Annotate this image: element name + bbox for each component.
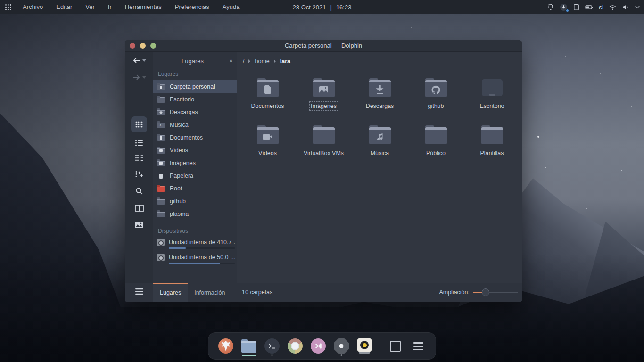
tray-expand-chevron-icon[interactable] — [635, 5, 640, 9]
folder-documents-icon — [157, 134, 165, 141]
split-view-button[interactable] — [131, 201, 147, 214]
breadcrumb: / home lara — [237, 52, 522, 70]
folder-github[interactable]: github — [408, 78, 464, 120]
sort-icon — [135, 170, 143, 178]
breadcrumb-caret-icon[interactable] — [248, 59, 250, 63]
search-button[interactable] — [131, 184, 147, 197]
back-history-caret-icon — [142, 59, 146, 62]
folder-descargas[interactable]: Descargas — [352, 78, 408, 120]
place-papelera[interactable]: Papelera — [153, 169, 237, 182]
clock-separator: | — [330, 4, 331, 11]
breadcrumb-current[interactable]: lara — [280, 58, 290, 65]
dock-app-menu[interactable] — [410, 336, 426, 356]
keyboard-layout-indicator[interactable]: si — [599, 4, 603, 11]
clock-widget[interactable]: 28 Oct 2021 | 16:23 — [293, 4, 352, 11]
clock-time: 16:23 — [336, 4, 352, 11]
place-carpeta-personal[interactable]: Carpeta personal — [153, 80, 237, 93]
folder-virtualbox-vms[interactable]: VirtualBox VMs — [296, 125, 352, 167]
drive-icon — [157, 254, 165, 261]
sort-button[interactable] — [131, 167, 147, 181]
menu-preferencias[interactable]: Preferencias — [168, 0, 216, 14]
dock-file-manager[interactable] — [241, 336, 257, 356]
disk-usage-bar — [169, 263, 235, 264]
dock-chromium[interactable] — [287, 336, 303, 356]
folder-red-icon — [157, 185, 165, 192]
folder-videos[interactable]: Vídeos — [239, 125, 296, 167]
battery-tray-icon[interactable] — [585, 4, 594, 11]
notifications-bell-icon[interactable] — [547, 3, 554, 11]
show-menu-button[interactable] — [135, 288, 143, 296]
menu-ir[interactable]: Ir — [101, 0, 118, 14]
system-tray: si — [547, 0, 640, 14]
place-github[interactable]: github — [153, 195, 237, 207]
icons-view-button[interactable] — [131, 116, 147, 132]
preview-toggle-button[interactable] — [131, 218, 147, 231]
disk-usage-bar — [169, 247, 235, 249]
dolphin-window: Carpeta personal — Dolphin — [125, 40, 522, 302]
menu-archivo[interactable]: Archivo — [16, 0, 50, 14]
menu-ayuda[interactable]: Ayuda — [216, 0, 247, 14]
app-launcher-button[interactable] — [0, 4, 16, 11]
split-view-icon — [135, 205, 144, 212]
tab-informacion[interactable]: Información — [188, 283, 231, 302]
forward-button-disabled[interactable] — [125, 74, 153, 81]
menu-ver[interactable]: Ver — [79, 0, 101, 14]
zoom-slider[interactable] — [473, 288, 518, 296]
place-descargas[interactable]: Descargas — [153, 106, 237, 118]
dock-media-player[interactable] — [356, 336, 372, 356]
dock-running-indicator — [341, 354, 342, 356]
dock-terminal[interactable] — [264, 336, 280, 356]
folder-plantillas[interactable]: Plantillas — [464, 125, 520, 167]
place-documentos[interactable]: Documentos — [153, 131, 237, 144]
section-label-devices: Dispositivos — [153, 220, 237, 237]
place-videos[interactable]: Vídeos — [153, 144, 237, 156]
panel-close-icon[interactable]: ✕ — [225, 58, 237, 64]
app-grid-icon — [5, 4, 12, 11]
breadcrumb-home[interactable]: home — [255, 58, 269, 65]
show-desktop-icon — [390, 341, 401, 352]
updates-badge-dot — [566, 9, 569, 12]
dock-vscodium[interactable] — [310, 336, 326, 356]
device-unidad-50[interactable]: Unidad interna de 50.0 … — [153, 252, 237, 267]
section-label-places: Lugares — [153, 70, 237, 80]
menu-herramientas[interactable]: Herramientas — [118, 0, 168, 14]
updates-tray-icon[interactable] — [560, 3, 568, 11]
breadcrumb-root[interactable]: / — [243, 58, 244, 65]
volume-tray-icon[interactable] — [622, 4, 629, 11]
dock-settings[interactable] — [333, 336, 349, 356]
menu-editar[interactable]: Editar — [50, 0, 79, 14]
folder-github-icon — [425, 78, 447, 97]
details-view-button[interactable] — [131, 151, 147, 165]
github-octocat-icon — [431, 85, 440, 94]
icons-view-icon — [135, 120, 143, 129]
folder-escritorio[interactable]: Escritorio — [464, 78, 520, 120]
place-root[interactable]: Root — [153, 182, 237, 195]
folder-icon — [157, 96, 165, 103]
zoom-control: Ampliación: — [439, 288, 518, 296]
hamburger-menu-icon — [413, 346, 423, 347]
compact-view-button[interactable] — [131, 136, 147, 149]
folder-icon — [425, 125, 447, 144]
back-button[interactable] — [125, 57, 153, 64]
zoom-slider-handle[interactable] — [482, 288, 489, 296]
folder-musica[interactable]: Música — [352, 125, 408, 167]
folder-documentos[interactable]: Documentos — [239, 78, 296, 120]
place-plasma[interactable]: plasma — [153, 207, 237, 220]
tab-lugares[interactable]: Lugares — [153, 283, 188, 302]
place-imagenes[interactable]: Imágenes — [153, 156, 237, 169]
chromium-icon — [288, 338, 303, 354]
details-view-icon — [135, 154, 143, 162]
dock-firefox[interactable] — [218, 336, 234, 356]
breadcrumb-caret-icon[interactable] — [274, 59, 276, 63]
window-title: Carpeta personal — Dolphin — [125, 42, 522, 49]
place-escritorio[interactable]: Escritorio — [153, 93, 237, 106]
wifi-tray-icon[interactable] — [609, 4, 617, 11]
folder-publico[interactable]: Público — [408, 125, 464, 167]
folder-imagenes[interactable]: Imágenes — [296, 78, 352, 120]
dock-show-desktop[interactable] — [387, 336, 403, 356]
items-count: 10 carpetas — [242, 289, 272, 296]
place-musica[interactable]: ♪ Música — [153, 118, 237, 131]
clipboard-tray-icon[interactable] — [573, 3, 580, 11]
window-titlebar[interactable]: Carpeta personal — Dolphin — [125, 40, 522, 52]
device-unidad-410[interactable]: Unidad interna de 410.7 … — [153, 237, 237, 252]
